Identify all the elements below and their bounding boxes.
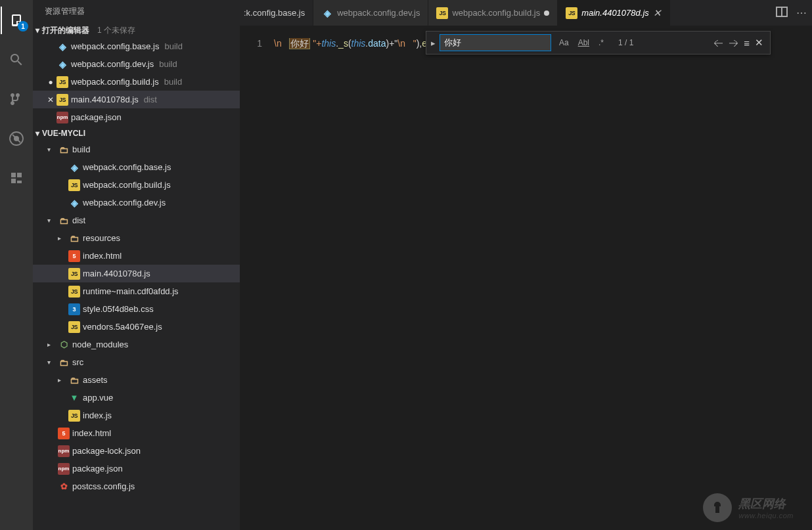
find-regex[interactable]: .* <box>596 37 606 49</box>
tree-item[interactable]: 5index.html <box>33 424 240 442</box>
js-icon: JS <box>68 321 80 333</box>
tree-item[interactable]: ▾🗀dist <box>33 211 240 229</box>
activity-bar: 1 <box>0 0 33 530</box>
code-line: \n 你好 "+this._s(this.data)+"\n "),e("img… <box>274 38 812 530</box>
open-editor-item[interactable]: ◈webpack.config.dev.jsbuild <box>33 55 240 73</box>
find-in-selection-icon[interactable]: ≡ <box>744 37 750 49</box>
watermark: 黑区网络 www.heiqu.com <box>703 493 794 522</box>
tree-item[interactable]: ◈webpack.config.dev.js <box>33 194 240 211</box>
css-icon: 3 <box>68 303 80 315</box>
js-icon: JS <box>68 179 80 191</box>
tab-actions: ⋯ <box>769 0 812 26</box>
activity-search[interactable] <box>1 46 32 74</box>
chevron-icon: ▾ <box>47 146 55 153</box>
find-match-case[interactable]: Aa <box>556 37 572 49</box>
open-editor-item[interactable]: ●JSwebpack.config.build.jsbuild <box>33 73 240 91</box>
open-editor-item[interactable]: ◈webpack.config.base.jsbuild <box>33 37 240 55</box>
chevron-down-icon: ▾ <box>35 26 39 35</box>
activity-explorer[interactable]: 1 <box>1 7 32 34</box>
watermark-logo-icon <box>703 493 732 522</box>
tree-item[interactable]: npmpackage.json <box>33 460 240 477</box>
webpack-icon: ◈ <box>68 197 80 209</box>
npm-icon: npm <box>56 112 68 123</box>
tree-item[interactable]: ◈webpack.config.base.js <box>33 158 240 176</box>
dirty-icon <box>544 11 549 16</box>
open-editors-header[interactable]: ▾ 打开的编辑器 1 个未保存 <box>33 23 240 37</box>
editor-status-icon: ● <box>47 77 54 87</box>
find-close-icon[interactable]: ✕ <box>755 37 763 49</box>
js-icon: JS <box>56 76 68 88</box>
sidebar-title: 资源管理器 <box>33 0 240 23</box>
js-icon: JS <box>436 7 448 19</box>
find-expand-icon[interactable]: ▸ <box>426 38 440 48</box>
find-count: 1 / 1 <box>618 38 633 47</box>
chevron-icon: ▸ <box>58 234 66 242</box>
split-editor-icon[interactable] <box>774 4 790 22</box>
activity-debug[interactable] <box>1 125 32 152</box>
code-editor[interactable]: 1 \n 你好 "+this._s(this.data)+"\n "),e("i… <box>240 26 812 530</box>
npm-icon: npm <box>58 463 70 475</box>
tree-item[interactable]: JSruntime~main.cdf0afdd.js <box>33 282 240 300</box>
folder-assets-icon: 🗀 <box>68 374 80 386</box>
project-tree: ▾🗀build◈webpack.config.base.jsJSwebpack.… <box>33 141 240 530</box>
webpack-icon: ◈ <box>68 162 80 173</box>
svg-point-1 <box>14 136 19 141</box>
js-icon: JS <box>56 94 68 106</box>
project-header[interactable]: ▾ VUE-MYCLI <box>33 126 240 141</box>
tree-item[interactable]: JSvendors.5a4067ee.js <box>33 318 240 336</box>
tree-item[interactable]: ▾🗀src <box>33 353 240 371</box>
chevron-icon: ▸ <box>47 341 55 348</box>
tree-item[interactable]: 5index.html <box>33 247 240 265</box>
webpack-icon: ◈ <box>56 41 68 53</box>
open-editor-item[interactable]: npmpackage.json <box>33 108 240 126</box>
find-next-icon[interactable]: 🡢 <box>729 37 738 49</box>
editor-tab[interactable]: ◈webpack.config.dev.js <box>313 0 428 26</box>
editor-tab[interactable]: JSwebpack.config.build.js <box>428 0 558 26</box>
editor-area: :k.config.base.js◈webpack.config.dev.jsJ… <box>240 0 812 530</box>
chevron-down-icon: ▾ <box>35 129 39 138</box>
find-widget: ▸ Aa Abl .* 1 / 1 🡠 🡢 ≡ ✕ <box>426 31 771 55</box>
chevron-icon: ▾ <box>47 217 55 224</box>
close-icon[interactable]: ✕ <box>653 7 662 19</box>
tree-item[interactable]: ✿postcss.config.js <box>33 477 240 495</box>
tree-item[interactable]: ▸🗀assets <box>33 371 240 389</box>
tree-item[interactable]: JSwebpack.config.build.js <box>33 176 240 194</box>
editor-tab[interactable]: :k.config.base.js <box>240 0 313 26</box>
js-icon: JS <box>566 7 577 19</box>
js-icon: JS <box>68 410 80 422</box>
node-icon: ⬡ <box>58 339 70 351</box>
js-icon: JS <box>68 268 80 280</box>
tree-item[interactable]: JSmain.4401078d.js <box>33 265 240 282</box>
js-icon: JS <box>68 286 80 298</box>
open-editors-list: ◈webpack.config.base.jsbuild◈webpack.con… <box>33 37 240 126</box>
tree-item[interactable]: ▾🗀build <box>33 141 240 158</box>
tree-item[interactable]: ▸⬡node_modules <box>33 336 240 353</box>
editor-tab[interactable]: JSmain.4401078d.js✕ <box>558 0 670 26</box>
open-editor-item[interactable]: ✕JSmain.4401078d.jsdist <box>33 91 240 108</box>
webpack-icon: ◈ <box>321 7 333 19</box>
tree-item[interactable]: npmpackage-lock.json <box>33 442 240 460</box>
gutter: 1 <box>240 38 274 530</box>
find-whole-word[interactable]: Abl <box>575 37 592 49</box>
tree-item[interactable]: JSindex.js <box>33 407 240 424</box>
activity-scm[interactable] <box>1 85 32 113</box>
explorer-badge: 1 <box>18 21 28 32</box>
webpack-icon: ◈ <box>56 58 68 70</box>
tree-item[interactable]: ▸🗀resources <box>33 229 240 247</box>
find-input[interactable] <box>440 34 551 51</box>
folder-icon: 🗀 <box>58 144 70 156</box>
folder-src-icon: 🗀 <box>58 357 70 368</box>
folder-icon: 🗀 <box>68 232 80 244</box>
tree-item[interactable]: ▼app.vue <box>33 389 240 407</box>
sidebar: 资源管理器 ▾ 打开的编辑器 1 个未保存 ◈webpack.config.ba… <box>33 0 240 530</box>
html-icon: 5 <box>68 250 80 262</box>
more-icon[interactable]: ⋯ <box>796 7 807 19</box>
activity-extensions[interactable] <box>1 164 32 192</box>
find-prev-icon[interactable]: 🡠 <box>713 37 723 49</box>
editor-tabs: :k.config.base.js◈webpack.config.dev.jsJ… <box>240 0 812 26</box>
postcss-icon: ✿ <box>58 481 70 493</box>
chevron-icon: ▾ <box>47 359 55 366</box>
tree-item[interactable]: 3style.05f4d8eb.css <box>33 300 240 318</box>
npm-icon: npm <box>58 445 70 457</box>
folder-icon: 🗀 <box>58 215 70 227</box>
